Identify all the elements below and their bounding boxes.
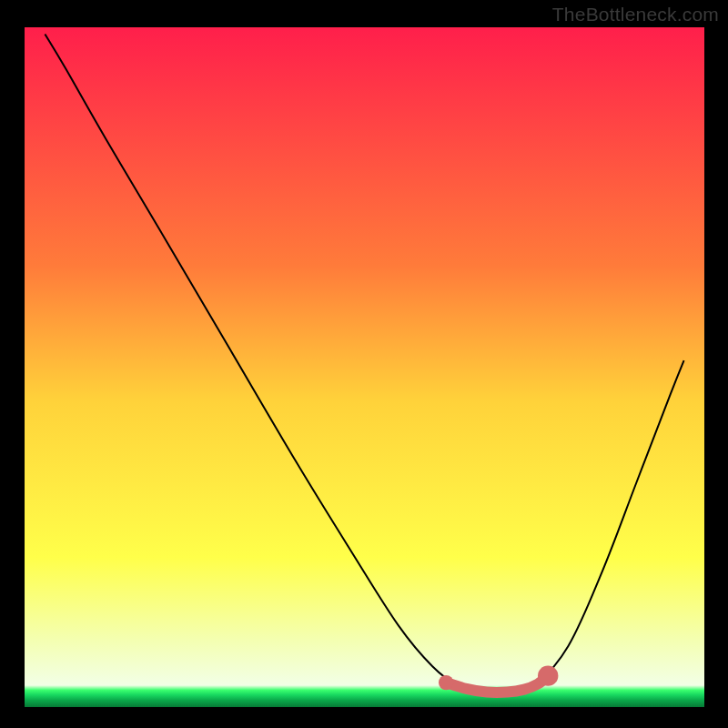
bottleneck-chart [0, 0, 728, 728]
chart-frame: TheBottleneck.com [0, 0, 728, 728]
gradient-background [25, 27, 704, 707]
optimal-zone-end-dot [538, 665, 558, 685]
optimal-zone-start-dot [439, 675, 453, 690]
